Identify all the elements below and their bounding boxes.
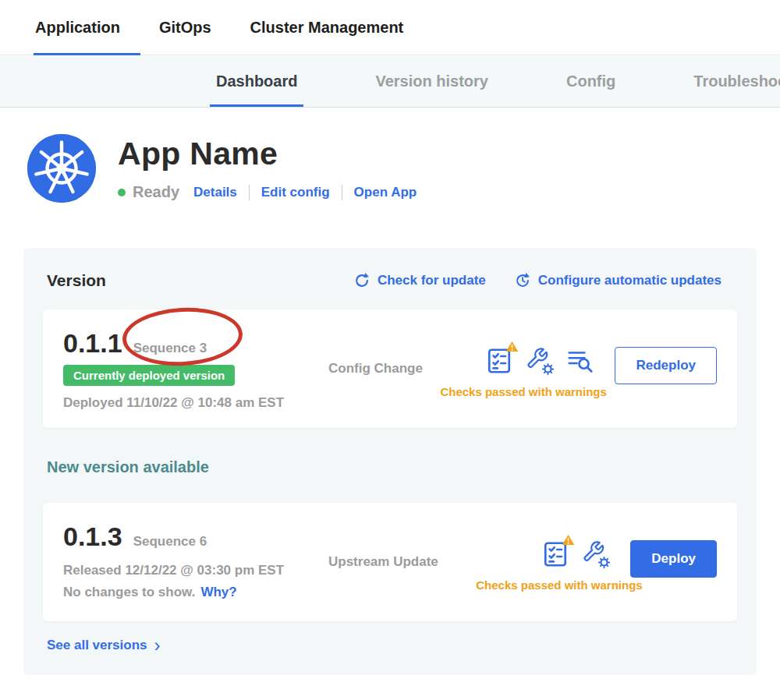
new-version-source: Upstream Update xyxy=(328,554,438,570)
preflight-checks-icon[interactable] xyxy=(541,540,569,568)
status-row: Ready Details Edit config Open App xyxy=(118,183,417,201)
new-version-actions: Checks passed with warnings Deploy xyxy=(473,521,717,603)
tab-troubleshoot[interactable]: Troubleshoot xyxy=(693,56,780,107)
refresh-icon xyxy=(353,272,370,289)
tab-version-history[interactable]: Version history xyxy=(375,56,488,107)
status-dot xyxy=(118,189,126,196)
deployed-timestamp: Deployed 11/10/22 @ 10:48 am EST xyxy=(63,395,328,411)
redeploy-button[interactable]: Redeploy xyxy=(615,347,717,384)
see-all-versions-link[interactable]: See all versions › xyxy=(47,638,161,653)
preflight-checks-icon[interactable] xyxy=(485,347,513,375)
checks-status: Checks passed with warnings xyxy=(476,578,642,592)
version-actions: Check for update Configure automatic upd… xyxy=(353,272,722,289)
current-version-sequence: Sequence 3 xyxy=(133,341,207,356)
check-for-update-label: Check for update xyxy=(378,273,486,288)
new-version-info: 0.1.3 Sequence 6 Released 12/12/22 @ 03:… xyxy=(63,521,328,603)
tab-cluster-management[interactable]: Cluster Management xyxy=(250,0,404,55)
no-changes-text: No changes to show. xyxy=(63,585,195,600)
tab-dashboard[interactable]: Dashboard xyxy=(216,56,297,107)
warning-triangle-icon xyxy=(505,341,519,352)
deploy-button[interactable]: Deploy xyxy=(630,540,717,578)
app-header: App Name Ready Details Edit config Open … xyxy=(27,134,417,203)
version-heading: Version xyxy=(47,271,106,290)
tab-application[interactable]: Application xyxy=(35,0,120,55)
version-panel: Version Check for update xyxy=(23,248,757,675)
current-version-info: 0.1.1 Sequence 3 Currently deployed vers… xyxy=(63,328,328,409)
chevron-right-icon: › xyxy=(154,639,161,652)
app-info: App Name Ready Details Edit config Open … xyxy=(118,134,417,201)
why-link[interactable]: Why? xyxy=(200,585,236,600)
tab-gitops[interactable]: GitOps xyxy=(159,0,211,55)
app-sub-nav: Dashboard Version history Config Trouble… xyxy=(0,56,780,108)
open-app-link[interactable]: Open App xyxy=(354,185,417,200)
configure-automatic-updates-label: Configure automatic updates xyxy=(538,273,722,288)
new-version-sequence: Sequence 6 xyxy=(133,534,207,550)
tab-config[interactable]: Config xyxy=(566,56,615,107)
kubernetes-logo xyxy=(27,134,96,203)
edit-config-link[interactable]: Edit config xyxy=(261,185,330,200)
app-status: Ready xyxy=(133,183,179,201)
new-version-available-heading: New version available xyxy=(47,458,209,476)
current-version-source: Config Change xyxy=(328,361,423,377)
deployed-badge: Currently deployed version xyxy=(63,365,235,386)
warning-triangle-icon xyxy=(562,534,575,546)
new-version-number: 0.1.3 xyxy=(63,521,122,552)
released-timestamp: Released 12/12/22 @ 03:30 pm EST xyxy=(63,563,328,578)
details-link[interactable]: Details xyxy=(193,185,237,200)
primary-nav: Application GitOps Cluster Management xyxy=(0,0,780,55)
checks-status: Checks passed with warnings xyxy=(440,385,606,398)
configure-automatic-updates-button[interactable]: Configure automatic updates xyxy=(514,272,722,289)
current-version-card: 0.1.1 Sequence 3 Currently deployed vers… xyxy=(43,309,737,428)
config-wrench-gear-icon[interactable] xyxy=(526,347,554,375)
check-for-update-button[interactable]: Check for update xyxy=(353,272,486,289)
see-all-versions-label: See all versions xyxy=(47,638,147,653)
release-notes-icon[interactable] xyxy=(566,347,594,375)
current-version-number: 0.1.1 xyxy=(63,328,122,359)
clock-refresh-icon xyxy=(514,272,531,289)
separator xyxy=(342,185,342,200)
config-wrench-gear-icon[interactable] xyxy=(582,540,610,568)
current-version-actions: Checks passed with warnings Redeploy xyxy=(473,328,717,409)
app-title: App Name xyxy=(118,136,417,172)
separator xyxy=(249,185,250,200)
version-panel-header: Version Check for update xyxy=(47,271,722,290)
new-version-card: 0.1.3 Sequence 6 Released 12/12/22 @ 03:… xyxy=(43,503,737,621)
